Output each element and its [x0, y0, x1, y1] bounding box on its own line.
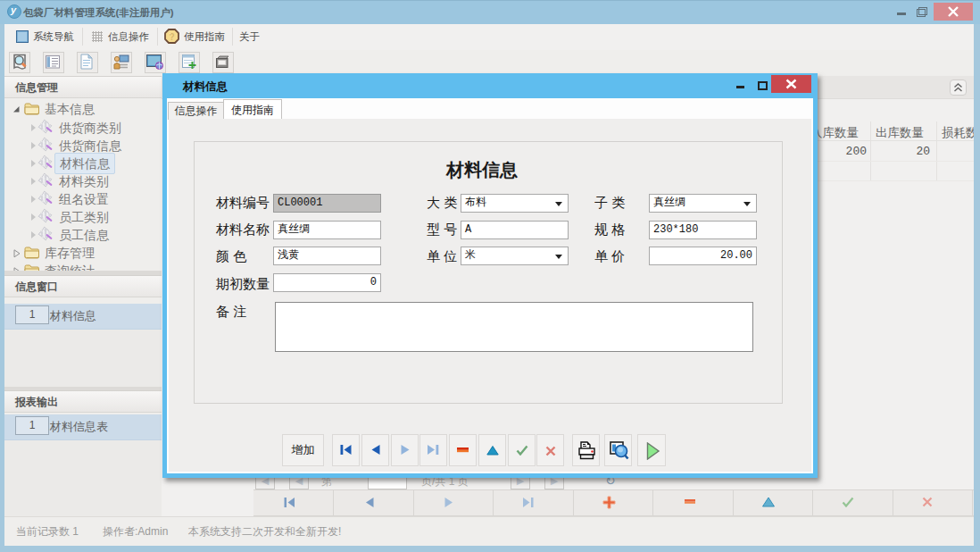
svg-text:?: ? [169, 32, 174, 42]
